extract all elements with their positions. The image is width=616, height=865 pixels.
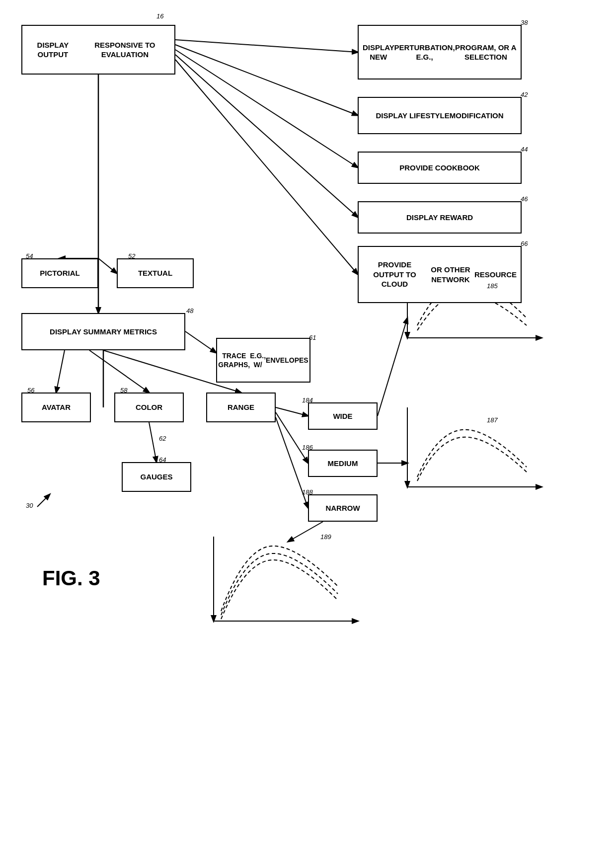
svg-line-7: [98, 258, 117, 273]
textual-box: TEXTUAL: [117, 258, 194, 288]
svg-line-16: [276, 412, 308, 463]
arrows-svg: [0, 0, 616, 865]
label-44: 44: [521, 146, 528, 153]
label-48: 48: [186, 307, 193, 315]
label-38: 38: [521, 19, 528, 26]
svg-line-1: [175, 45, 358, 115]
label-42: 42: [521, 91, 528, 98]
diagram: DISPLAY OUTPUTRESPONSIVE TO EVALUATION D…: [0, 0, 616, 865]
display-reward-box: DISPLAY REWARD: [358, 201, 522, 234]
svg-line-0: [175, 40, 358, 52]
label-62: 62: [159, 435, 166, 442]
narrow-box: NARROW: [308, 494, 378, 522]
display-lifestyle-box: DISPLAY LIFESTYLEMODIFICATION: [358, 97, 522, 134]
label-30: 30: [26, 502, 33, 509]
display-summary-box: DISPLAY SUMMARY METRICS: [21, 313, 185, 350]
label-16: 16: [156, 12, 163, 20]
label-186: 186: [302, 444, 313, 451]
fig-label: FIG. 3: [42, 566, 100, 590]
label-61: 61: [309, 334, 316, 341]
color-box: COLOR: [114, 393, 184, 422]
svg-line-26: [378, 318, 407, 416]
label-184: 184: [302, 396, 313, 404]
label-54: 54: [26, 252, 33, 260]
display-output-box: DISPLAY OUTPUTRESPONSIVE TO EVALUATION: [21, 25, 175, 75]
range-box: RANGE: [206, 393, 276, 422]
label-66: 66: [521, 240, 528, 247]
label-52: 52: [128, 252, 135, 260]
svg-line-12: [89, 350, 149, 393]
svg-line-27: [37, 494, 50, 507]
label-56: 56: [27, 387, 34, 394]
svg-line-2: [175, 50, 358, 167]
avatar-box: AVATAR: [21, 393, 91, 422]
svg-line-4: [175, 60, 358, 274]
svg-line-11: [56, 350, 65, 393]
label-58: 58: [120, 387, 127, 394]
trace-graphs-box: TRACE GRAPHS,E.G., W/ENVELOPES: [216, 338, 310, 383]
svg-line-10: [185, 331, 216, 353]
medium-box: MEDIUM: [308, 450, 378, 477]
label-64: 64: [159, 456, 166, 464]
svg-line-3: [175, 55, 358, 217]
pictorial-box: PICTORIAL: [21, 258, 98, 288]
label-185: 185: [487, 282, 498, 290]
svg-line-14: [149, 422, 156, 462]
label-187: 187: [487, 416, 498, 424]
provide-output-cloud-box: PROVIDE OUTPUT TO CLOUDOR OTHER NETWORKR…: [358, 246, 522, 303]
provide-cookbook-box: PROVIDE COOKBOOK: [358, 152, 522, 184]
gauges-box: GAUGES: [122, 462, 191, 492]
display-new-perturbation-box: DISPLAY NEWPERTURBATION, E.G.,PROGRAM, O…: [358, 25, 522, 79]
wide-box: WIDE: [308, 402, 378, 430]
label-46: 46: [521, 195, 528, 203]
label-188: 188: [302, 488, 313, 496]
svg-line-15: [276, 407, 308, 416]
svg-line-24: [288, 522, 323, 542]
label-189: 189: [320, 533, 331, 541]
